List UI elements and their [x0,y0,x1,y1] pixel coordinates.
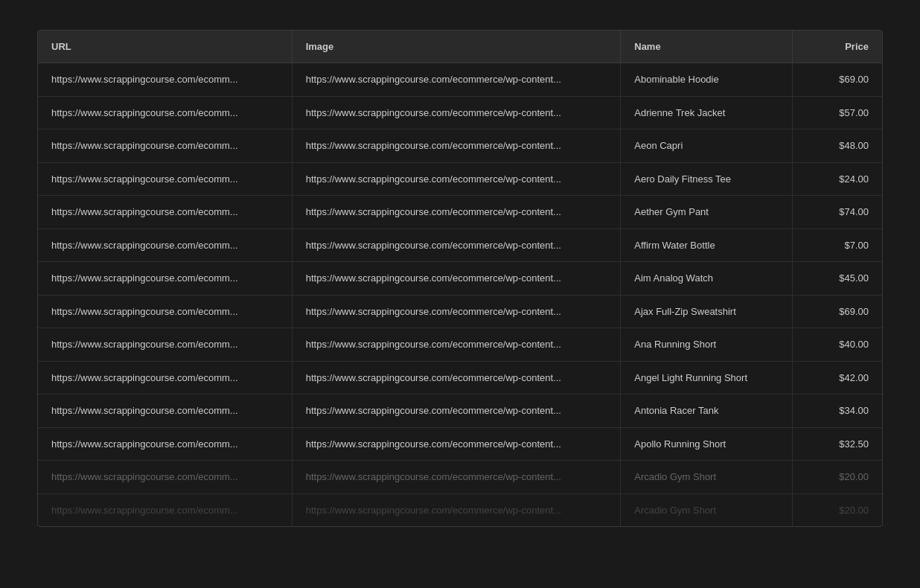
table-row: https://www.scrappingcourse.com/ecomm...… [38,361,882,394]
table-row: https://www.scrappingcourse.com/ecomm...… [38,493,882,526]
table-row: https://www.scrappingcourse.com/ecomm...… [38,96,882,130]
cell-price: $32.50 [793,427,882,461]
cell-url: https://www.scrappingcourse.com/ecomm... [38,461,292,494]
cell-price: $24.00 [793,162,882,196]
cell-price: $48.00 [793,130,882,163]
cell-url: https://www.scrappingcourse.com/ecomm... [38,196,292,229]
table-row: https://www.scrappingcourse.com/ecomm...… [38,229,882,262]
table-container: URL Image Name Price https://www.scrappi… [37,30,883,527]
cell-price: $7.00 [793,229,882,262]
cell-price: $69.00 [793,63,882,97]
cell-price: $45.00 [793,262,882,295]
cell-name: Ajax Full-Zip Sweatshirt [621,295,793,328]
cell-image: https://www.scrappingcourse.com/ecommerc… [292,394,621,428]
cell-image: https://www.scrappingcourse.com/ecommerc… [292,493,621,526]
cell-url: https://www.scrappingcourse.com/ecomm... [38,493,292,526]
table-row: https://www.scrappingcourse.com/ecomm...… [38,328,882,362]
cell-url: https://www.scrappingcourse.com/ecomm... [38,96,292,130]
cell-name: Affirm Water Bottle [621,229,793,262]
cell-name: Aether Gym Pant [621,196,793,229]
cell-url: https://www.scrappingcourse.com/ecomm... [38,63,292,97]
cell-price: $57.00 [793,96,882,130]
table-row: https://www.scrappingcourse.com/ecomm...… [38,162,882,196]
column-header-image: Image [292,31,621,63]
cell-image: https://www.scrappingcourse.com/ecommerc… [292,96,621,130]
cell-image: https://www.scrappingcourse.com/ecommerc… [292,162,621,196]
cell-name: Aero Daily Fitness Tee [621,162,793,196]
table-row: https://www.scrappingcourse.com/ecomm...… [38,427,882,461]
cell-name: Arcadio Gym Short [621,461,793,494]
cell-image: https://www.scrappingcourse.com/ecommerc… [292,229,621,262]
cell-name: Antonia Racer Tank [621,394,793,428]
cell-name: Aim Analog Watch [621,262,793,295]
cell-price: $40.00 [793,328,882,362]
cell-name: Apollo Running Short [621,427,793,461]
cell-name: Aeon Capri [621,130,793,163]
cell-price: $42.00 [793,361,882,394]
page-wrapper: URL Image Name Price https://www.scrappi… [0,0,920,588]
column-header-price: Price [793,31,882,63]
cell-name: Angel Light Running Short [621,361,793,394]
cell-url: https://www.scrappingcourse.com/ecomm... [38,328,292,362]
table-header-row: URL Image Name Price [38,31,882,63]
cell-url: https://www.scrappingcourse.com/ecomm... [38,295,292,328]
cell-image: https://www.scrappingcourse.com/ecommerc… [292,461,621,494]
data-table: URL Image Name Price https://www.scrappi… [38,31,882,526]
table-row: https://www.scrappingcourse.com/ecomm...… [38,130,882,163]
table-row: https://www.scrappingcourse.com/ecomm...… [38,295,882,328]
cell-image: https://www.scrappingcourse.com/ecommerc… [292,361,621,394]
table-row: https://www.scrappingcourse.com/ecomm...… [38,262,882,295]
cell-url: https://www.scrappingcourse.com/ecomm... [38,229,292,262]
cell-url: https://www.scrappingcourse.com/ecomm... [38,262,292,295]
cell-url: https://www.scrappingcourse.com/ecomm... [38,130,292,163]
table-row: https://www.scrappingcourse.com/ecomm...… [38,394,882,428]
cell-price: $20.00 [793,493,882,526]
cell-name: Adrienne Trek Jacket [621,96,793,130]
cell-name: Ana Running Short [621,328,793,362]
cell-price: $69.00 [793,295,882,328]
cell-url: https://www.scrappingcourse.com/ecomm... [38,162,292,196]
cell-image: https://www.scrappingcourse.com/ecommerc… [292,130,621,163]
column-header-name: Name [621,31,793,63]
cell-name: Arcadio Gym Short [621,493,793,526]
cell-image: https://www.scrappingcourse.com/ecommerc… [292,328,621,362]
table-row: https://www.scrappingcourse.com/ecomm...… [38,461,882,494]
cell-image: https://www.scrappingcourse.com/ecommerc… [292,262,621,295]
cell-image: https://www.scrappingcourse.com/ecommerc… [292,295,621,328]
cell-url: https://www.scrappingcourse.com/ecomm... [38,427,292,461]
column-header-url: URL [38,31,292,63]
table-row: https://www.scrappingcourse.com/ecomm...… [38,196,882,229]
table-row: https://www.scrappingcourse.com/ecomm...… [38,63,882,97]
cell-url: https://www.scrappingcourse.com/ecomm... [38,361,292,394]
cell-image: https://www.scrappingcourse.com/ecommerc… [292,196,621,229]
cell-price: $74.00 [793,196,882,229]
cell-price: $20.00 [793,461,882,494]
cell-name: Abominable Hoodie [621,63,793,97]
cell-price: $34.00 [793,394,882,428]
cell-image: https://www.scrappingcourse.com/ecommerc… [292,427,621,461]
cell-image: https://www.scrappingcourse.com/ecommerc… [292,63,621,97]
cell-url: https://www.scrappingcourse.com/ecomm... [38,394,292,428]
